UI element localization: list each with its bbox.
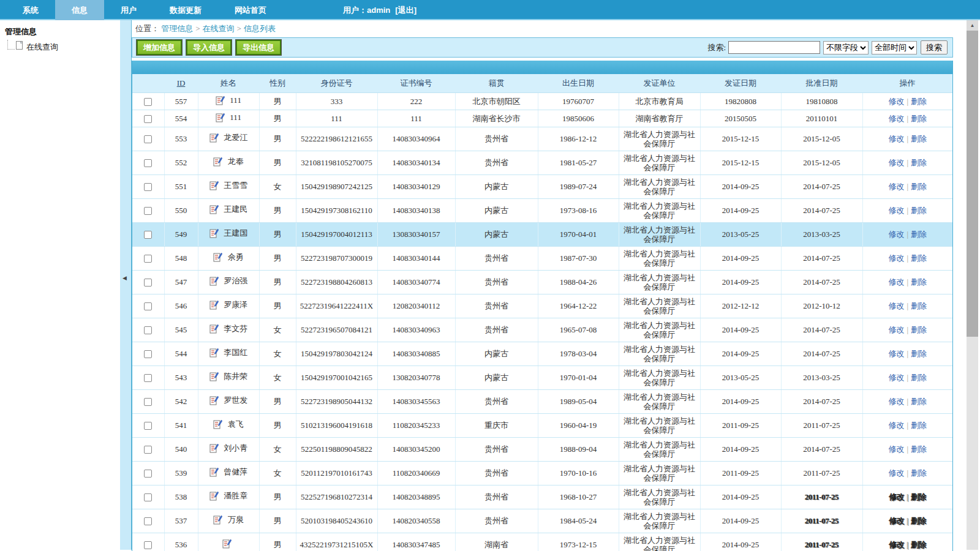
delete-link[interactable]: 删除	[911, 97, 927, 106]
edit-link[interactable]: 修改	[889, 516, 905, 525]
logout-link[interactable]: [退出]	[395, 6, 417, 15]
edit-link[interactable]: 修改	[888, 277, 904, 287]
time-select[interactable]: 全部时间	[872, 41, 917, 54]
edit-record-icon[interactable]	[209, 302, 221, 312]
row-checkbox[interactable]	[144, 493, 152, 501]
edit-link[interactable]: 修改	[888, 134, 904, 143]
edit-link[interactable]: 修改	[888, 444, 904, 454]
row-checkbox[interactable]	[144, 541, 152, 549]
delete-link[interactable]: 删除	[911, 114, 927, 123]
edit-link[interactable]: 修改	[888, 253, 904, 263]
edit-record-icon[interactable]	[213, 159, 224, 168]
edit-link[interactable]: 修改	[888, 468, 904, 478]
row-checkbox[interactable]	[144, 517, 152, 525]
row-checkbox[interactable]	[144, 159, 152, 167]
edit-record-icon[interactable]	[216, 98, 227, 107]
sidebar-item-online-query[interactable]: 在线查询	[4, 41, 120, 53]
collapse-arrow-icon[interactable]: ◀	[123, 275, 127, 281]
delete-link[interactable]: 删除	[911, 230, 927, 239]
edit-link[interactable]: 修改	[888, 230, 904, 239]
row-checkbox[interactable]	[144, 302, 152, 310]
edit-record-icon[interactable]	[209, 279, 221, 288]
delete-link[interactable]: 删除	[911, 301, 927, 310]
edit-link[interactable]: 修改	[888, 421, 904, 430]
edit-link[interactable]: 修改	[888, 158, 904, 167]
row-checkbox[interactable]	[144, 115, 152, 123]
edit-link[interactable]: 修改	[889, 492, 905, 501]
breadcrumb-link-1[interactable]: 在线查询	[203, 24, 235, 33]
edit-record-icon[interactable]	[213, 422, 224, 431]
search-button[interactable]: 搜索	[921, 40, 948, 54]
row-checkbox[interactable]	[144, 350, 152, 358]
delete-link[interactable]: 删除	[911, 277, 927, 287]
sidebar-splitter[interactable]: ◀	[120, 20, 132, 550]
toolbar-button-0[interactable]: 增加信息	[137, 40, 182, 55]
row-checkbox[interactable]	[144, 183, 152, 191]
delete-link[interactable]: 删除	[911, 516, 926, 525]
delete-link[interactable]: 删除	[911, 206, 927, 215]
row-checkbox[interactable]	[144, 326, 152, 334]
delete-link[interactable]: 删除	[911, 349, 927, 358]
delete-link[interactable]: 删除	[911, 540, 926, 549]
edit-link[interactable]: 修改	[888, 182, 904, 191]
row-checkbox[interactable]	[144, 207, 152, 215]
field-select[interactable]: 不限字段	[823, 41, 869, 54]
nav-item-2[interactable]: 用户	[104, 0, 153, 20]
row-checkbox[interactable]	[144, 374, 152, 382]
edit-link[interactable]: 修改	[889, 540, 905, 549]
edit-record-icon[interactable]	[213, 255, 224, 264]
nav-item-3[interactable]: 数据更新	[153, 0, 218, 20]
row-checkbox[interactable]	[144, 255, 152, 263]
toolbar-button-2[interactable]: 导出信息	[236, 40, 281, 55]
edit-link[interactable]: 修改	[888, 349, 904, 358]
delete-link[interactable]: 删除	[911, 325, 927, 334]
row-checkbox[interactable]	[144, 135, 152, 143]
delete-link[interactable]: 删除	[911, 468, 927, 478]
breadcrumb-link-0[interactable]: 管理信息	[161, 24, 193, 33]
edit-record-icon[interactable]	[209, 470, 221, 479]
row-checkbox[interactable]	[144, 422, 152, 430]
row-checkbox[interactable]	[144, 98, 152, 106]
nav-item-4[interactable]: 网站首页	[218, 0, 283, 20]
edit-record-icon[interactable]	[209, 493, 221, 503]
nav-item-1[interactable]: 信息	[55, 0, 104, 20]
scrollbar-thumb[interactable]	[967, 31, 978, 337]
edit-link[interactable]: 修改	[888, 97, 904, 106]
delete-link[interactable]: 删除	[911, 373, 927, 382]
edit-link[interactable]: 修改	[888, 373, 904, 382]
edit-record-icon[interactable]	[209, 231, 221, 240]
edit-record-icon[interactable]	[222, 541, 232, 550]
row-checkbox[interactable]	[144, 398, 152, 406]
delete-link[interactable]: 删除	[911, 182, 927, 191]
delete-link[interactable]: 删除	[911, 397, 927, 406]
delete-link[interactable]: 删除	[911, 492, 926, 501]
delete-link[interactable]: 删除	[911, 158, 927, 167]
edit-record-icon[interactable]	[209, 350, 221, 359]
column-header-0[interactable]: ID	[164, 74, 198, 92]
edit-record-icon[interactable]	[209, 135, 221, 144]
delete-link[interactable]: 删除	[911, 134, 927, 143]
edit-record-icon[interactable]	[213, 517, 224, 527]
edit-record-icon[interactable]	[216, 115, 227, 124]
vertical-scrollbar[interactable]: ▲	[967, 20, 978, 550]
edit-record-icon[interactable]	[209, 207, 221, 216]
edit-record-icon[interactable]	[209, 183, 221, 192]
breadcrumb-link-2[interactable]: 信息列表	[244, 24, 276, 33]
edit-record-icon[interactable]	[209, 398, 221, 407]
edit-link[interactable]: 修改	[888, 206, 904, 215]
delete-link[interactable]: 删除	[911, 421, 927, 430]
delete-link[interactable]: 删除	[911, 253, 927, 263]
search-input[interactable]	[728, 41, 820, 54]
row-checkbox[interactable]	[144, 470, 152, 478]
edit-link[interactable]: 修改	[888, 397, 904, 406]
delete-link[interactable]: 删除	[911, 444, 927, 454]
row-checkbox[interactable]	[144, 446, 152, 454]
scrollbar-up-icon[interactable]: ▲	[967, 20, 978, 31]
edit-link[interactable]: 修改	[888, 301, 904, 310]
nav-item-0[interactable]: 系统	[6, 0, 55, 20]
row-checkbox[interactable]	[144, 231, 152, 239]
edit-record-icon[interactable]	[209, 446, 221, 455]
row-checkbox[interactable]	[144, 279, 152, 287]
toolbar-button-1[interactable]: 导入信息	[186, 40, 232, 55]
edit-record-icon[interactable]	[209, 374, 221, 383]
